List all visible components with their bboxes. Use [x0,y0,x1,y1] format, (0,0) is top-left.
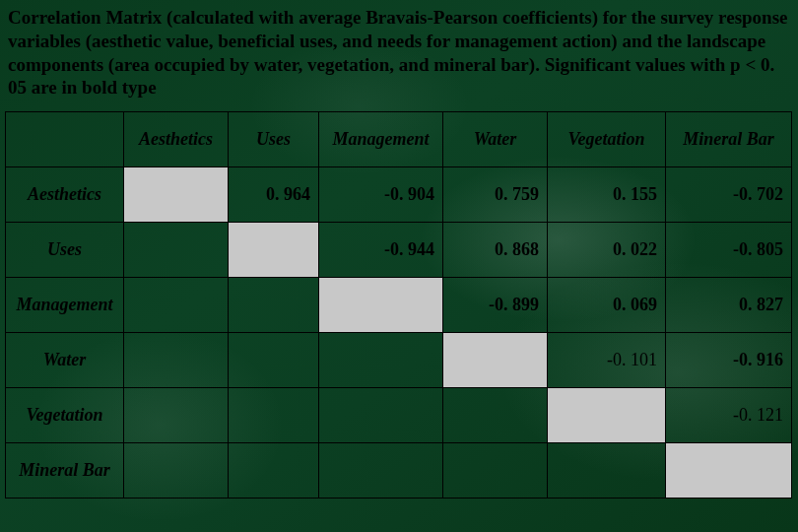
cell-value: -0. 899 [443,278,548,333]
blank-cell [229,333,319,388]
blank-cell [319,388,443,443]
blank-cell [319,443,443,499]
cell-value: 0. 759 [443,167,548,223]
cell-value: 0. 827 [666,278,792,333]
blank-cell [124,333,229,388]
row-label-water: Water [6,333,124,388]
diag-cell [443,333,548,388]
cell-value: 0. 069 [548,278,666,333]
table-header-row: Aesthetics Uses Management Water Vegetat… [6,112,792,167]
cell-value: -0. 121 [666,388,792,443]
row-label-vegetation: Vegetation [6,388,124,443]
blank-cell [548,443,666,499]
blank-cell [124,223,229,278]
header-uses: Uses [229,112,319,167]
row-label-uses: Uses [6,223,124,278]
row-label-aesthetics: Aesthetics [6,167,124,223]
diag-cell [124,167,229,223]
diag-cell [666,443,792,499]
table-row: Mineral Bar [6,443,792,499]
table-row: Uses -0. 944 0. 868 0. 022 -0. 805 [6,223,792,278]
cell-value: -0. 916 [666,333,792,388]
table-row: Management -0. 899 0. 069 0. 827 [6,278,792,333]
table-row: Vegetation -0. 121 [6,388,792,443]
table-row: Aesthetics 0. 964 -0. 904 0. 759 0. 155 … [6,167,792,223]
header-blank [6,112,124,167]
header-mineral-bar: Mineral Bar [666,112,792,167]
blank-cell [443,388,548,443]
diag-cell [548,388,666,443]
header-water: Water [443,112,548,167]
blank-cell [229,278,319,333]
cell-value: -0. 944 [319,223,443,278]
row-label-mineral-bar: Mineral Bar [6,443,124,499]
blank-cell [124,278,229,333]
header-management: Management [319,112,443,167]
cell-value: 0. 155 [548,167,666,223]
header-vegetation: Vegetation [548,112,666,167]
blank-cell [443,443,548,499]
blank-cell [124,388,229,443]
caption-text: Correlation Matrix (calculated with aver… [0,0,798,103]
table-row: Water -0. 101 -0. 916 [6,333,792,388]
blank-cell [319,333,443,388]
diag-cell [319,278,443,333]
cell-value: -0. 702 [666,167,792,223]
cell-value: -0. 805 [666,223,792,278]
cell-value: -0. 904 [319,167,443,223]
blank-cell [229,443,319,499]
correlation-table: Aesthetics Uses Management Water Vegetat… [5,111,792,499]
blank-cell [229,388,319,443]
header-aesthetics: Aesthetics [124,112,229,167]
cell-value: -0. 101 [548,333,666,388]
row-label-management: Management [6,278,124,333]
cell-value: 0. 022 [548,223,666,278]
diag-cell [229,223,319,278]
blank-cell [124,443,229,499]
cell-value: 0. 964 [229,167,319,223]
cell-value: 0. 868 [443,223,548,278]
